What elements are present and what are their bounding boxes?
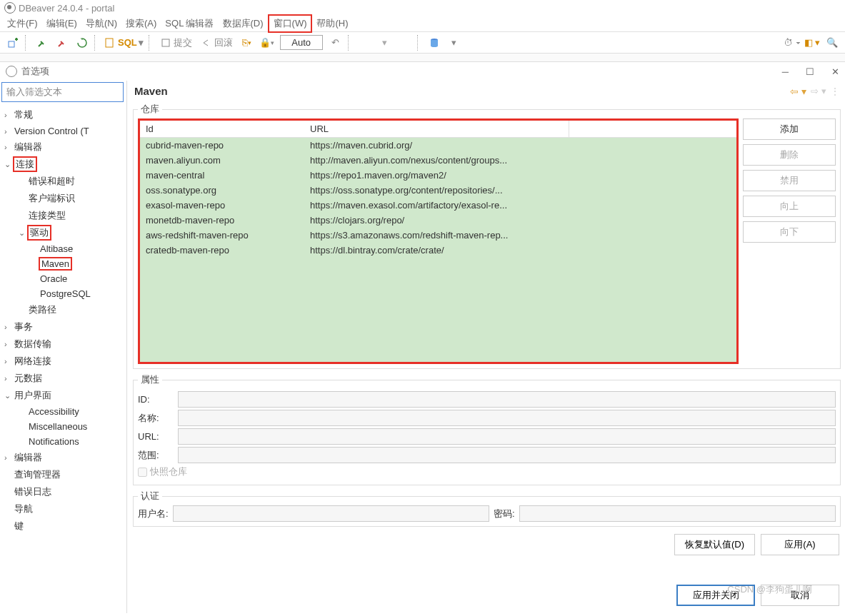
- menubar: 文件(F) 编辑(E) 导航(N) 搜索(A) SQL 编辑器 数据库(D) 窗…: [0, 16, 845, 31]
- table-row[interactable]: oss.sonatype.orghttps://oss.sonatype.org…: [140, 183, 736, 198]
- tree-item[interactable]: PostgreSQL: [0, 286, 126, 301]
- tree-item[interactable]: ›Version Control (T: [0, 123, 126, 138]
- menu-help[interactable]: 帮助(H): [312, 16, 352, 31]
- apply-close-button[interactable]: 应用并关闭: [676, 585, 755, 606]
- schema-selector[interactable]: ▾: [356, 34, 414, 51]
- app-icon: [4, 2, 16, 14]
- menu-file[interactable]: 文件(F): [3, 16, 42, 31]
- dialog-title: 首选项: [21, 65, 49, 78]
- forward-icon[interactable]: ⇨ ▾: [811, 86, 826, 96]
- db-icon[interactable]: [426, 34, 443, 51]
- tree-item[interactable]: ›编辑器: [0, 449, 126, 466]
- prop-url-input[interactable]: [178, 428, 836, 445]
- tree-item[interactable]: Oracle: [0, 271, 126, 286]
- clock-icon[interactable]: ⏱ ▾: [784, 34, 801, 51]
- history-icon[interactable]: ↶: [327, 34, 344, 51]
- tree-item[interactable]: ›数据传输: [0, 335, 126, 353]
- auth-pwd-input[interactable]: [519, 505, 836, 522]
- cancel-button[interactable]: 取消: [761, 585, 839, 606]
- tree-item[interactable]: 连接类型: [0, 207, 126, 224]
- tree-item[interactable]: Accessibility: [0, 404, 126, 419]
- sql-button[interactable]: SQL ▾: [101, 36, 146, 50]
- tree-item[interactable]: 键: [0, 517, 126, 535]
- svg-rect-0: [9, 41, 14, 47]
- tree-item[interactable]: 类路径: [0, 301, 126, 318]
- menu-dots-icon[interactable]: ⋮: [831, 86, 839, 96]
- minimize-button[interactable]: ─: [782, 66, 789, 77]
- apply-button[interactable]: 应用(A): [761, 534, 839, 555]
- transaction-mode-icon[interactable]: ⎘▾: [239, 34, 256, 51]
- tree-item[interactable]: ⌄连接: [0, 156, 126, 173]
- disconnect-icon[interactable]: [54, 34, 71, 51]
- rollback-button[interactable]: 回滚: [198, 34, 236, 51]
- menu-search[interactable]: 搜索(A): [121, 16, 161, 31]
- tree-item[interactable]: Miscellaneous: [0, 419, 126, 434]
- down-button[interactable]: 向下: [743, 221, 836, 243]
- auth-user-input[interactable]: [173, 505, 489, 522]
- tree-item[interactable]: ⌄驱动: [0, 224, 126, 241]
- table-row[interactable]: monetdb-maven-repohttps://clojars.org/re…: [140, 213, 736, 228]
- col-url[interactable]: URL: [304, 121, 569, 138]
- table-row[interactable]: cratedb-maven-repohttps://dl.bintray.com…: [140, 243, 736, 258]
- snapshot-label: 快照仓库: [150, 465, 187, 478]
- tree-item[interactable]: ›网络连接: [0, 353, 126, 370]
- table-row[interactable]: cubrid-maven-repohttps://maven.cubrid.or…: [140, 138, 736, 153]
- table-row[interactable]: maven.aliyun.comhttp://maven.aliyun.com/…: [140, 153, 736, 168]
- prop-name-input[interactable]: [178, 410, 836, 426]
- prop-id-input[interactable]: [178, 391, 836, 408]
- tree-item[interactable]: ›常规: [0, 106, 126, 123]
- rss-icon[interactable]: ◧ ▾: [804, 34, 821, 51]
- db-icon2[interactable]: ▾: [446, 34, 463, 51]
- connect-icon[interactable]: [34, 34, 51, 51]
- preferences-tree[interactable]: ›常规›Version Control (T›编辑器⌄连接错误和超时客户端标识连…: [0, 103, 126, 613]
- tree-item[interactable]: 查询管理器: [0, 466, 126, 483]
- tree-item[interactable]: 导航: [0, 500, 126, 517]
- menu-database[interactable]: 数据库(D): [219, 16, 268, 31]
- properties-group: 属性 ID: 名称: URL: 范围: 快照仓库: [133, 373, 841, 485]
- table-row[interactable]: aws-redshift-maven-repohttps://s3.amazon…: [140, 228, 736, 243]
- tree-item[interactable]: 客户端标识: [0, 190, 126, 207]
- svg-rect-3: [106, 39, 113, 47]
- tree-item[interactable]: ›事务: [0, 318, 126, 335]
- properties-legend: 属性: [138, 373, 162, 386]
- table-row[interactable]: maven-centralhttps://repo1.maven.org/mav…: [140, 168, 736, 183]
- repositories-table[interactable]: Id URL cubrid-maven-repohttps://maven.cu…: [138, 118, 739, 364]
- commit-button[interactable]: 提交: [157, 34, 195, 51]
- maximize-button[interactable]: ☐: [806, 66, 814, 77]
- menu-window[interactable]: 窗口(W): [268, 14, 313, 33]
- close-button[interactable]: ✕: [831, 66, 839, 77]
- menu-sql-editor[interactable]: SQL 编辑器: [161, 16, 218, 31]
- menu-edit[interactable]: 编辑(E): [42, 16, 81, 31]
- prop-scope-input[interactable]: [178, 447, 836, 463]
- tree-item[interactable]: Notifications: [0, 434, 126, 449]
- auto-commit-combo[interactable]: Auto: [280, 35, 323, 50]
- tree-item[interactable]: ›元数据: [0, 370, 126, 387]
- app-titlebar: DBeaver 24.0.4 - portal: [0, 0, 845, 16]
- refresh-icon[interactable]: [74, 34, 91, 51]
- tree-item[interactable]: 错误和超时: [0, 173, 126, 190]
- menu-navigate[interactable]: 导航(N): [81, 16, 121, 31]
- prop-scope-label: 范围:: [138, 449, 178, 462]
- restore-defaults-button[interactable]: 恢复默认值(D): [674, 534, 755, 555]
- back-icon[interactable]: ⇦ ▾: [790, 86, 806, 97]
- snapshot-checkbox[interactable]: [138, 468, 147, 477]
- lock-icon[interactable]: 🔒▾: [259, 34, 276, 51]
- search-icon[interactable]: 🔍: [824, 34, 841, 51]
- tree-item[interactable]: Altibase: [0, 241, 126, 256]
- auth-legend: 认证: [138, 490, 162, 503]
- disable-button[interactable]: 禁用: [743, 170, 836, 191]
- filter-input[interactable]: 输入筛选文本: [1, 82, 124, 102]
- remove-button[interactable]: 删除: [743, 144, 836, 166]
- tree-item[interactable]: ›编辑器: [0, 138, 126, 156]
- main-toolbar: SQL ▾ 提交 回滚 ⎘▾ 🔒▾ Auto ↶ ▾ ▾ ⏱ ▾ ◧ ▾ 🔍: [0, 31, 845, 53]
- tree-item[interactable]: ⌄用户界面: [0, 387, 126, 404]
- tree-item[interactable]: Maven: [0, 256, 126, 271]
- tree-item[interactable]: 错误日志: [0, 483, 126, 500]
- add-button[interactable]: 添加: [743, 118, 836, 140]
- table-row[interactable]: exasol-maven-repohttps://maven.exasol.co…: [140, 198, 736, 213]
- up-button[interactable]: 向上: [743, 196, 836, 217]
- repositories-legend: 仓库: [138, 103, 162, 116]
- col-id[interactable]: Id: [140, 121, 304, 138]
- svg-rect-4: [162, 39, 169, 46]
- new-connection-icon[interactable]: [4, 34, 21, 51]
